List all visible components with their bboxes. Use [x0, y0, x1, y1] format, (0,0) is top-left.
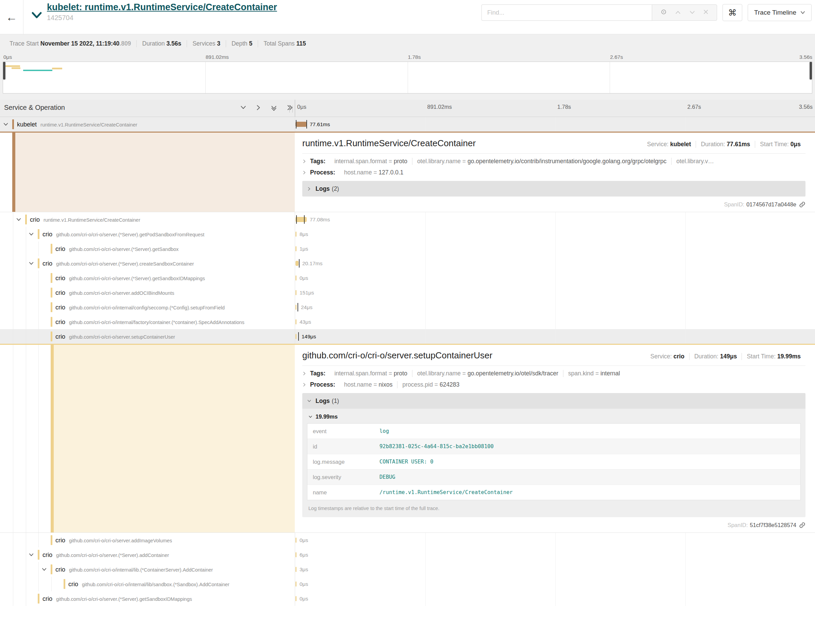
span-expander-chevron-down-icon[interactable]: [3, 122, 9, 127]
span-row[interactable]: criogithub.com/cri-o/cri-o/internal/lib/…: [0, 577, 815, 591]
log-entry-header[interactable]: 19.99ms: [308, 414, 801, 420]
log-field-value[interactable]: DEBUG: [380, 474, 395, 480]
span-duration-bar[interactable]: [296, 334, 297, 339]
span-row-timeline-cell[interactable]: 0μs: [295, 577, 815, 591]
span-row-timeline-cell[interactable]: 8μs: [295, 227, 815, 241]
span-log-marker[interactable]: [304, 215, 305, 224]
locate-icon[interactable]: [660, 9, 667, 17]
span-row[interactable]: criogithub.com/cri-o/cri-o/server.(*Serv…: [0, 241, 815, 256]
span-row[interactable]: criogithub.com/cri-o/cri-o/server.(*Serv…: [0, 547, 815, 562]
span-log-marker[interactable]: [296, 120, 297, 129]
span-row-name-cell[interactable]: criogithub.com/cri-o/cri-o/server.addOCI…: [0, 285, 295, 300]
span-row-name-cell[interactable]: criogithub.com/cri-o/cri-o/server.setupC…: [0, 329, 295, 344]
span-duration-bar[interactable]: [296, 319, 297, 324]
span-row[interactable]: criogithub.com/cri-o/cri-o/server.setupC…: [0, 329, 815, 344]
span-log-marker[interactable]: [297, 303, 298, 311]
span-row[interactable]: criogithub.com/cri-o/cri-o/server.(*Serv…: [0, 227, 815, 241]
chevron-down-icon[interactable]: [240, 104, 247, 111]
back-button[interactable]: ←: [0, 0, 23, 34]
span-row-name-cell[interactable]: criogithub.com/cri-o/cri-o/server.(*Serv…: [0, 591, 295, 606]
span-row-timeline-cell[interactable]: 3μs: [295, 562, 815, 577]
span-row-timeline-cell[interactable]: 0μs: [295, 591, 815, 606]
trace-title-link[interactable]: kubelet: runtime.v1.RuntimeService/Creat…: [47, 2, 277, 12]
span-row-timeline-cell[interactable]: 149μs: [295, 329, 815, 344]
span-duration-bar[interactable]: [296, 261, 299, 266]
span-duration-bar[interactable]: [296, 217, 307, 222]
tags-row[interactable]: Tags:internal.span.format = protootel.li…: [302, 370, 806, 377]
keyboard-shortcuts-button[interactable]: ⌘: [723, 4, 742, 21]
span-row-name-cell[interactable]: criogithub.com/cri-o/cri-o/server.addIma…: [0, 533, 295, 547]
span-duration-bar[interactable]: [296, 275, 297, 281]
span-row-name-cell[interactable]: criogithub.com/cri-o/cri-o/internal/lib.…: [0, 562, 295, 577]
span-row[interactable]: criogithub.com/cri-o/cri-o/server.addOCI…: [0, 285, 815, 300]
span-log-marker[interactable]: [306, 120, 307, 129]
span-expander-chevron-down-icon[interactable]: [41, 567, 47, 572]
span-row-timeline-cell[interactable]: 6μs: [295, 547, 815, 562]
find-input[interactable]: [481, 5, 652, 21]
span-expander-chevron-down-icon[interactable]: [29, 552, 34, 558]
trace-view-dropdown[interactable]: Trace Timeline: [748, 4, 812, 21]
chevron-down-icon[interactable]: [689, 9, 696, 15]
process-row[interactable]: Process:host.name = nixosprocess.pid = 6…: [302, 381, 806, 388]
span-row-timeline-cell[interactable]: 77.08ms: [295, 212, 815, 227]
span-duration-bar[interactable]: [296, 246, 297, 251]
span-log-marker[interactable]: [298, 332, 299, 341]
span-row-timeline-cell[interactable]: 0μs: [295, 533, 815, 547]
span-row-name-cell[interactable]: crioruntime.v1.RuntimeService/CreateCont…: [0, 212, 295, 227]
span-row[interactable]: criogithub.com/cri-o/cri-o/server.(*Serv…: [0, 256, 815, 271]
span-duration-bar[interactable]: [296, 581, 297, 587]
span-row-name-cell[interactable]: criogithub.com/cri-o/cri-o/internal/fact…: [0, 314, 295, 329]
link-icon[interactable]: [799, 522, 806, 528]
span-row-timeline-cell[interactable]: 151μs: [295, 285, 815, 300]
span-row-timeline-cell[interactable]: 1μs: [295, 241, 815, 256]
process-row[interactable]: Process:host.name = 127.0.0.1: [302, 169, 806, 176]
span-row-name-cell[interactable]: criogithub.com/cri-o/cri-o/server.(*Serv…: [0, 256, 295, 271]
span-row-name-cell[interactable]: criogithub.com/cri-o/cri-o/server.(*Serv…: [0, 241, 295, 256]
span-duration-bar[interactable]: [296, 567, 297, 572]
tags-row[interactable]: Tags:internal.span.format = protootel.li…: [302, 158, 806, 165]
span-expander-chevron-down-icon[interactable]: [16, 217, 21, 222]
span-row-timeline-cell[interactable]: 24μs: [295, 300, 815, 314]
span-row-timeline-cell[interactable]: 43μs: [295, 314, 815, 329]
span-row[interactable]: criogithub.com/cri-o/cri-o/server.(*Serv…: [0, 271, 815, 285]
close-icon[interactable]: [703, 9, 709, 16]
span-row-name-cell[interactable]: criogithub.com/cri-o/cri-o/server.(*Serv…: [0, 227, 295, 241]
span-row-name-cell[interactable]: criogithub.com/cri-o/cri-o/internal/conf…: [0, 300, 295, 314]
span-duration-bar[interactable]: [296, 538, 297, 543]
span-duration-bar[interactable]: [296, 122, 307, 127]
span-row-timeline-cell[interactable]: 77.61ms: [295, 117, 815, 132]
logs-accordion-header[interactable]: Logs(1): [302, 393, 806, 409]
chevron-up-icon[interactable]: [675, 9, 681, 15]
minimap-left-handle[interactable]: [3, 62, 5, 80]
log-field-value[interactable]: log: [380, 428, 389, 434]
span-row-name-cell[interactable]: criogithub.com/cri-o/cri-o/server.(*Serv…: [0, 547, 295, 562]
span-duration-bar[interactable]: [296, 552, 297, 557]
minimap-canvas[interactable]: [3, 61, 812, 94]
span-expander-chevron-down-icon[interactable]: [29, 261, 34, 266]
span-row-name-cell[interactable]: kubeletruntime.v1.RuntimeService/CreateC…: [0, 117, 295, 132]
span-duration-bar[interactable]: [296, 596, 297, 601]
trace-collapse-chevron[interactable]: [31, 12, 42, 20]
span-log-marker[interactable]: [296, 215, 297, 224]
span-duration-bar[interactable]: [296, 232, 297, 237]
column-resize-handle[interactable]: [290, 106, 293, 112]
span-row-timeline-cell[interactable]: 20.17ms: [295, 256, 815, 271]
double-chevron-down-icon[interactable]: [271, 104, 277, 111]
log-field-value[interactable]: 92b82381-025c-4a64-815c-ba2e1bb08100: [380, 443, 494, 449]
span-row[interactable]: criogithub.com/cri-o/cri-o/internal/conf…: [0, 300, 815, 314]
chevron-right-icon[interactable]: [255, 104, 262, 111]
span-row[interactable]: criogithub.com/cri-o/cri-o/server.(*Serv…: [0, 591, 815, 606]
span-row[interactable]: criogithub.com/cri-o/cri-o/internal/fact…: [0, 314, 815, 329]
span-duration-bar[interactable]: [296, 290, 297, 295]
span-row[interactable]: criogithub.com/cri-o/cri-o/server.addIma…: [0, 533, 815, 547]
log-field-value[interactable]: CONTAINER USER: 0: [380, 459, 434, 465]
span-log-marker[interactable]: [299, 259, 300, 268]
span-row[interactable]: crioruntime.v1.RuntimeService/CreateCont…: [0, 212, 815, 227]
span-row[interactable]: criogithub.com/cri-o/cri-o/internal/lib.…: [0, 562, 815, 577]
link-icon[interactable]: [799, 201, 806, 208]
span-duration-bar[interactable]: [296, 305, 297, 310]
span-row[interactable]: kubeletruntime.v1.RuntimeService/CreateC…: [0, 117, 815, 132]
span-row-name-cell[interactable]: criogithub.com/cri-o/cri-o/server.(*Serv…: [0, 271, 295, 285]
log-field-value[interactable]: /runtime.v1.RuntimeService/CreateContain…: [380, 489, 513, 495]
span-row-timeline-cell[interactable]: 0μs: [295, 271, 815, 285]
